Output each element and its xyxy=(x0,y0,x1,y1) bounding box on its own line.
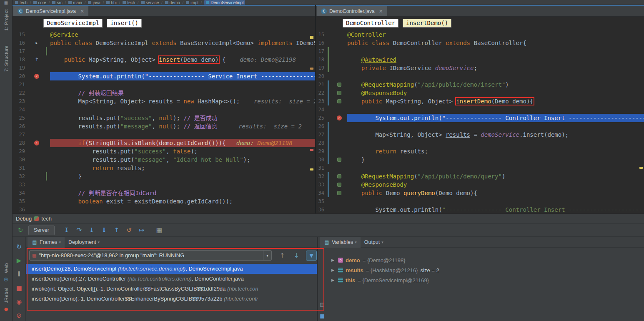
code-line[interactable]: 35 xyxy=(316,197,644,206)
code-line[interactable]: 27 xyxy=(13,130,315,139)
code-line[interactable]: 23 Map<String, Object> results = new Has… xyxy=(13,97,315,105)
force-step-into-icon[interactable]: ⇓ xyxy=(100,226,109,234)
implementations-marker-icon[interactable]: ▸ xyxy=(35,39,38,47)
pause-icon[interactable]: Ⅱ xyxy=(15,270,24,278)
stack-frame[interactable]: invoke(int, Object, Object[]):-1, DemoCo… xyxy=(26,284,317,294)
code-line[interactable]: 17 xyxy=(13,47,315,55)
tool-button-structure[interactable]: 7: Structure xyxy=(4,45,9,72)
window-menu-icon[interactable] xyxy=(4,0,8,5)
stack-frame[interactable]: insert(Demo):28, DemoServiceImpl (hbi.te… xyxy=(26,264,317,274)
code-line[interactable]: 29 return results; xyxy=(316,147,644,155)
mute-breakpoints-icon[interactable]: ⊘ xyxy=(15,311,24,320)
nav-item-3[interactable]: main xyxy=(68,0,82,5)
nav-item-10[interactable]: DemoServiceImpl xyxy=(204,0,245,5)
variable-row[interactable]: ▶results= {HashMap@21216} size = 2 xyxy=(318,265,644,275)
breadcrumb-class-chip[interactable]: DemoController xyxy=(343,19,398,28)
code-line[interactable]: 36 System.out.println("---------------- … xyxy=(316,206,644,213)
code-line[interactable]: 30 } xyxy=(316,155,644,164)
code-line[interactable]: 33 @ResponseBody xyxy=(316,181,644,189)
code-line[interactable]: 20 xyxy=(316,72,644,80)
step-into-icon[interactable]: ↓ xyxy=(87,226,96,234)
code-line[interactable]: 19 private IDemoService demoService; xyxy=(316,64,644,72)
code-line[interactable]: 15@Service xyxy=(13,30,315,39)
code-line[interactable]: 15@Controller xyxy=(316,30,644,39)
code-line[interactable]: 18 @Autowired xyxy=(316,55,644,64)
view-breakpoints-icon[interactable]: ◉ xyxy=(15,298,24,306)
code-line[interactable]: 18↑ public Map<String, Object> insert(De… xyxy=(13,55,315,64)
nav-item-6[interactable]: tech xyxy=(123,0,135,5)
jrebel-tool-icon[interactable] xyxy=(4,306,8,312)
nav-item-4[interactable]: java xyxy=(88,0,100,5)
code-line[interactable]: 26 xyxy=(316,122,644,130)
code-line[interactable]: 19 xyxy=(13,64,315,72)
code-area[interactable]: 15@Controller16public class DemoControll… xyxy=(316,29,644,213)
code-line[interactable]: 36 xyxy=(13,206,315,213)
resume-icon[interactable]: ▶ xyxy=(15,256,24,265)
code-line[interactable]: 21 xyxy=(13,80,315,89)
spring-mapping-icon[interactable] xyxy=(337,158,341,162)
variable-row[interactable]: ▶pdemo= {Demo@21198} xyxy=(318,255,644,265)
drop-frame-icon[interactable]: ↺ xyxy=(125,226,134,234)
code-line[interactable]: 23 public Map<String, Object> insertDemo… xyxy=(316,97,644,105)
code-line[interactable]: 17 xyxy=(316,47,644,55)
code-line[interactable]: 33 xyxy=(13,181,315,189)
code-line[interactable]: 30 results.put("message", "IdCard Not be… xyxy=(13,155,315,164)
error-stripe[interactable] xyxy=(309,34,315,213)
code-line[interactable]: 20✓ System.out.println("----------------… xyxy=(13,72,315,80)
expand-arrow-icon[interactable]: ▶ xyxy=(331,278,336,282)
code-line[interactable]: 34 // 判断是否存在相同IdCard xyxy=(13,189,315,197)
code-line[interactable]: 21 @RequestMapping("/api/public/demo/ins… xyxy=(316,80,644,89)
breadcrumb-method-chip[interactable]: insertDemo() xyxy=(403,19,451,28)
nav-item-0[interactable]: tech xyxy=(15,0,28,5)
code-line[interactable]: 25✓ System.out.println("----------------… xyxy=(316,114,644,122)
filter-toggle[interactable]: ▼ xyxy=(306,251,317,261)
breakpoint-icon[interactable]: ✓ xyxy=(34,140,39,145)
spring-mapping-icon[interactable] xyxy=(337,174,341,178)
spring-mapping-icon[interactable] xyxy=(337,191,341,195)
code-line[interactable]: 22 @ResponseBody xyxy=(316,89,644,97)
code-line[interactable]: 27 Map<String, Object> results = demoSer… xyxy=(316,130,644,139)
spring-mapping-icon[interactable] xyxy=(337,99,341,103)
spring-mapping-icon[interactable] xyxy=(337,183,341,187)
dropdown-arrow-icon[interactable] xyxy=(263,251,271,260)
frames-icon[interactable]: ▤ xyxy=(31,238,38,246)
tool-button-jrebel[interactable]: JRebel xyxy=(4,288,9,303)
restart-server-icon[interactable]: ↻ xyxy=(16,226,25,234)
breadcrumb-class-chip[interactable]: DemoServiceImpl xyxy=(43,19,103,28)
filter-icon[interactable]: ▼ xyxy=(308,251,315,260)
breadcrumb-method-chip[interactable]: insert() xyxy=(107,19,141,28)
breakpoint-icon[interactable]: ✓ xyxy=(34,74,39,79)
move-up-icon[interactable]: ↑ xyxy=(278,251,287,260)
override-marker-icon[interactable]: ↑ xyxy=(35,55,39,64)
code-line[interactable]: 26 results.put("message", null); // 返回信息… xyxy=(13,122,315,130)
variable-row[interactable]: ▶this= {DemoServiceImpl@21169} xyxy=(318,275,644,285)
error-stripe[interactable] xyxy=(638,34,644,213)
editor-tab-democontroller[interactable]: DemoController.java xyxy=(317,6,387,16)
nav-item-7[interactable]: service xyxy=(141,0,159,5)
expand-arrow-icon[interactable]: ▶ xyxy=(331,258,336,262)
editor-tab-demoserviceimpl[interactable]: DemoServiceImpl.java xyxy=(13,6,88,16)
thread-selector[interactable]: "http-nio-8080-exec-24"@18,962 in group … xyxy=(29,250,272,261)
nav-item-8[interactable]: demo xyxy=(165,0,180,5)
code-line[interactable]: 32 @RequestMapping("/api/public/demo/que… xyxy=(316,172,644,181)
tab-variables[interactable]: ▤Variables▾ xyxy=(320,237,361,248)
code-line[interactable]: 24 xyxy=(316,105,644,114)
code-line[interactable]: 32 } xyxy=(13,172,315,181)
nav-item-2[interactable]: src xyxy=(52,0,62,5)
restore-layout-icon[interactable]: ▤ xyxy=(319,300,326,308)
code-line[interactable]: 22 // 封装返回结果 xyxy=(13,89,315,97)
code-line[interactable]: 28✓ if(StringUtils.isBlank(demo.getIdCar… xyxy=(13,139,315,147)
code-line[interactable]: 29 results.put("success", false); xyxy=(13,147,315,155)
code-line[interactable]: 25 results.put("success", null); // 是否成功 xyxy=(13,114,315,122)
server-tab[interactable]: Server xyxy=(28,226,55,235)
show-execution-point-icon[interactable]: ↧ xyxy=(62,226,71,234)
close-icon[interactable] xyxy=(80,8,84,14)
step-over-icon[interactable]: ↷ xyxy=(75,226,84,234)
code-line[interactable]: 35 boolean exist = existDemo(demo.getIdC… xyxy=(13,197,315,206)
stack-frame[interactable]: insertDemo(Demo):-1, DemoController$$Enh… xyxy=(26,294,317,304)
code-line[interactable]: 31 xyxy=(316,164,644,172)
nav-item-9[interactable]: impl xyxy=(186,0,198,5)
code-line[interactable]: 16public class DemoController extends Ba… xyxy=(316,39,644,47)
code-line[interactable]: 31 return results; xyxy=(13,164,315,172)
tab-deployment[interactable]: Deployment▾ xyxy=(65,237,103,248)
